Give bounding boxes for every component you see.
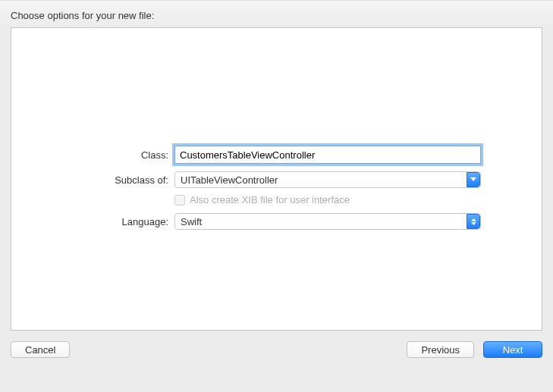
language-select[interactable]: Swift: [174, 213, 481, 230]
updown-icon: [467, 214, 480, 229]
previous-button[interactable]: Previous: [407, 341, 474, 358]
form-area: Class: Subclass of: UITableViewControlle…: [11, 146, 542, 237]
chevron-down-icon: [467, 172, 480, 187]
dialog-header: Choose options for your new file:: [0, 0, 553, 27]
next-button[interactable]: Next: [483, 341, 542, 358]
class-input[interactable]: [174, 146, 481, 164]
xib-checkbox: [174, 195, 185, 205]
xib-label: Also create XIB file for user interface: [190, 194, 350, 205]
class-row: Class:: [11, 146, 481, 164]
language-value: Swift: [181, 216, 202, 227]
content-panel: Class: Subclass of: UITableViewControlle…: [11, 27, 542, 331]
subclass-combobox[interactable]: UITableViewController: [174, 171, 481, 188]
language-label: Language:: [11, 216, 174, 227]
subclass-value: UITableViewController: [181, 174, 278, 186]
dialog-title: Choose options for your new file:: [11, 10, 154, 21]
language-row: Language: Swift: [11, 213, 481, 230]
class-label: Class:: [11, 149, 174, 161]
subclass-label: Subclass of:: [11, 174, 174, 186]
subclass-row: Subclass of: UITableViewController: [11, 171, 481, 188]
xib-row: Also create XIB file for user interface: [11, 194, 481, 205]
cancel-button[interactable]: Cancel: [11, 341, 70, 358]
footer: Cancel Previous Next: [0, 331, 553, 368]
